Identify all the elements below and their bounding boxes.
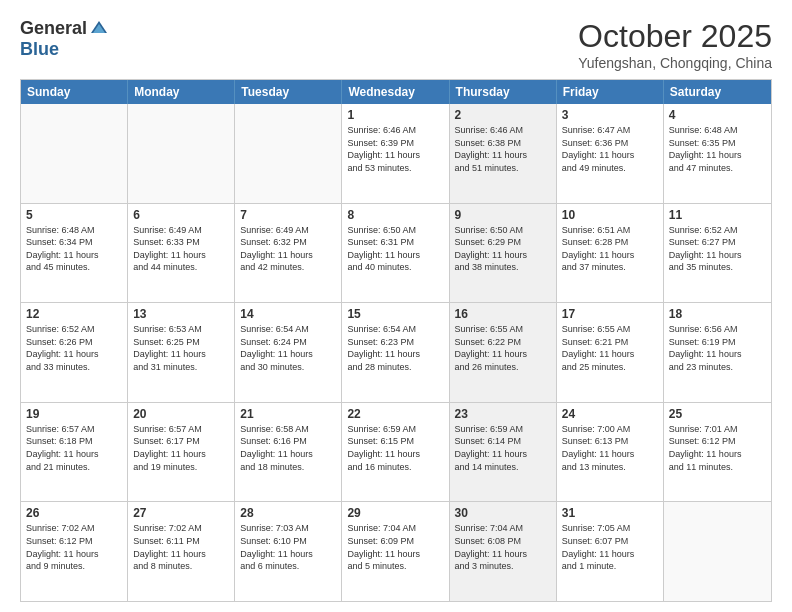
calendar-cell: 21Sunrise: 6:58 AM Sunset: 6:16 PM Dayli… [235, 403, 342, 502]
cell-info: Sunrise: 7:03 AM Sunset: 6:10 PM Dayligh… [240, 522, 336, 572]
day-number: 31 [562, 506, 658, 520]
cell-info: Sunrise: 6:50 AM Sunset: 6:29 PM Dayligh… [455, 224, 551, 274]
day-number: 2 [455, 108, 551, 122]
cell-info: Sunrise: 6:49 AM Sunset: 6:33 PM Dayligh… [133, 224, 229, 274]
calendar-cell: 30Sunrise: 7:04 AM Sunset: 6:08 PM Dayli… [450, 502, 557, 601]
day-number: 23 [455, 407, 551, 421]
calendar-cell: 12Sunrise: 6:52 AM Sunset: 6:26 PM Dayli… [21, 303, 128, 402]
cell-info: Sunrise: 6:49 AM Sunset: 6:32 PM Dayligh… [240, 224, 336, 274]
calendar-cell: 2Sunrise: 6:46 AM Sunset: 6:38 PM Daylig… [450, 104, 557, 203]
calendar-body: 1Sunrise: 6:46 AM Sunset: 6:39 PM Daylig… [21, 104, 771, 601]
day-number: 13 [133, 307, 229, 321]
calendar-week: 26Sunrise: 7:02 AM Sunset: 6:12 PM Dayli… [21, 501, 771, 601]
cell-info: Sunrise: 6:52 AM Sunset: 6:27 PM Dayligh… [669, 224, 766, 274]
cell-info: Sunrise: 7:05 AM Sunset: 6:07 PM Dayligh… [562, 522, 658, 572]
cell-info: Sunrise: 6:48 AM Sunset: 6:34 PM Dayligh… [26, 224, 122, 274]
calendar-cell: 4Sunrise: 6:48 AM Sunset: 6:35 PM Daylig… [664, 104, 771, 203]
calendar-cell: 14Sunrise: 6:54 AM Sunset: 6:24 PM Dayli… [235, 303, 342, 402]
calendar-cell: 3Sunrise: 6:47 AM Sunset: 6:36 PM Daylig… [557, 104, 664, 203]
day-number: 17 [562, 307, 658, 321]
day-number: 16 [455, 307, 551, 321]
calendar-cell [235, 104, 342, 203]
logo-icon [89, 19, 109, 39]
day-number: 15 [347, 307, 443, 321]
calendar-cell: 11Sunrise: 6:52 AM Sunset: 6:27 PM Dayli… [664, 204, 771, 303]
day-number: 24 [562, 407, 658, 421]
calendar-cell: 1Sunrise: 6:46 AM Sunset: 6:39 PM Daylig… [342, 104, 449, 203]
day-number: 20 [133, 407, 229, 421]
calendar-cell: 23Sunrise: 6:59 AM Sunset: 6:14 PM Dayli… [450, 403, 557, 502]
page: General Blue October 2025 Yufengshan, Ch… [0, 0, 792, 612]
day-number: 11 [669, 208, 766, 222]
day-number: 18 [669, 307, 766, 321]
day-number: 26 [26, 506, 122, 520]
month-title: October 2025 [578, 18, 772, 55]
calendar-cell: 19Sunrise: 6:57 AM Sunset: 6:18 PM Dayli… [21, 403, 128, 502]
cell-info: Sunrise: 7:02 AM Sunset: 6:11 PM Dayligh… [133, 522, 229, 572]
day-number: 28 [240, 506, 336, 520]
cell-info: Sunrise: 7:01 AM Sunset: 6:12 PM Dayligh… [669, 423, 766, 473]
cell-info: Sunrise: 6:46 AM Sunset: 6:38 PM Dayligh… [455, 124, 551, 174]
day-number: 5 [26, 208, 122, 222]
cell-info: Sunrise: 7:00 AM Sunset: 6:13 PM Dayligh… [562, 423, 658, 473]
calendar: SundayMondayTuesdayWednesdayThursdayFrid… [20, 79, 772, 602]
calendar-cell: 22Sunrise: 6:59 AM Sunset: 6:15 PM Dayli… [342, 403, 449, 502]
cell-info: Sunrise: 6:47 AM Sunset: 6:36 PM Dayligh… [562, 124, 658, 174]
subtitle: Yufengshan, Chongqing, China [578, 55, 772, 71]
day-number: 4 [669, 108, 766, 122]
cell-info: Sunrise: 6:55 AM Sunset: 6:22 PM Dayligh… [455, 323, 551, 373]
logo: General Blue [20, 18, 109, 60]
calendar-cell [128, 104, 235, 203]
cell-info: Sunrise: 6:57 AM Sunset: 6:18 PM Dayligh… [26, 423, 122, 473]
calendar-cell [21, 104, 128, 203]
calendar-week: 1Sunrise: 6:46 AM Sunset: 6:39 PM Daylig… [21, 104, 771, 203]
cell-info: Sunrise: 6:59 AM Sunset: 6:14 PM Dayligh… [455, 423, 551, 473]
calendar-cell: 31Sunrise: 7:05 AM Sunset: 6:07 PM Dayli… [557, 502, 664, 601]
title-section: October 2025 Yufengshan, Chongqing, Chin… [578, 18, 772, 71]
calendar-cell: 6Sunrise: 6:49 AM Sunset: 6:33 PM Daylig… [128, 204, 235, 303]
day-number: 14 [240, 307, 336, 321]
calendar-cell: 5Sunrise: 6:48 AM Sunset: 6:34 PM Daylig… [21, 204, 128, 303]
calendar-week: 19Sunrise: 6:57 AM Sunset: 6:18 PM Dayli… [21, 402, 771, 502]
weekday-header: Wednesday [342, 80, 449, 104]
weekday-header: Saturday [664, 80, 771, 104]
calendar-cell: 7Sunrise: 6:49 AM Sunset: 6:32 PM Daylig… [235, 204, 342, 303]
cell-info: Sunrise: 6:59 AM Sunset: 6:15 PM Dayligh… [347, 423, 443, 473]
calendar-week: 12Sunrise: 6:52 AM Sunset: 6:26 PM Dayli… [21, 302, 771, 402]
calendar-cell: 9Sunrise: 6:50 AM Sunset: 6:29 PM Daylig… [450, 204, 557, 303]
weekday-header: Friday [557, 80, 664, 104]
calendar-cell: 16Sunrise: 6:55 AM Sunset: 6:22 PM Dayli… [450, 303, 557, 402]
cell-info: Sunrise: 6:50 AM Sunset: 6:31 PM Dayligh… [347, 224, 443, 274]
header: General Blue October 2025 Yufengshan, Ch… [20, 18, 772, 71]
day-number: 27 [133, 506, 229, 520]
cell-info: Sunrise: 6:58 AM Sunset: 6:16 PM Dayligh… [240, 423, 336, 473]
cell-info: Sunrise: 7:04 AM Sunset: 6:09 PM Dayligh… [347, 522, 443, 572]
day-number: 1 [347, 108, 443, 122]
calendar-cell: 13Sunrise: 6:53 AM Sunset: 6:25 PM Dayli… [128, 303, 235, 402]
calendar-week: 5Sunrise: 6:48 AM Sunset: 6:34 PM Daylig… [21, 203, 771, 303]
cell-info: Sunrise: 6:57 AM Sunset: 6:17 PM Dayligh… [133, 423, 229, 473]
weekday-header: Sunday [21, 80, 128, 104]
calendar-cell: 20Sunrise: 6:57 AM Sunset: 6:17 PM Dayli… [128, 403, 235, 502]
day-number: 22 [347, 407, 443, 421]
day-number: 12 [26, 307, 122, 321]
cell-info: Sunrise: 6:53 AM Sunset: 6:25 PM Dayligh… [133, 323, 229, 373]
calendar-cell: 29Sunrise: 7:04 AM Sunset: 6:09 PM Dayli… [342, 502, 449, 601]
day-number: 30 [455, 506, 551, 520]
day-number: 3 [562, 108, 658, 122]
calendar-cell: 17Sunrise: 6:55 AM Sunset: 6:21 PM Dayli… [557, 303, 664, 402]
calendar-cell: 28Sunrise: 7:03 AM Sunset: 6:10 PM Dayli… [235, 502, 342, 601]
day-number: 19 [26, 407, 122, 421]
calendar-cell: 27Sunrise: 7:02 AM Sunset: 6:11 PM Dayli… [128, 502, 235, 601]
day-number: 7 [240, 208, 336, 222]
calendar-cell: 8Sunrise: 6:50 AM Sunset: 6:31 PM Daylig… [342, 204, 449, 303]
cell-info: Sunrise: 7:02 AM Sunset: 6:12 PM Dayligh… [26, 522, 122, 572]
logo-general-text: General [20, 18, 87, 39]
calendar-header: SundayMondayTuesdayWednesdayThursdayFrid… [21, 80, 771, 104]
calendar-cell: 24Sunrise: 7:00 AM Sunset: 6:13 PM Dayli… [557, 403, 664, 502]
weekday-header: Monday [128, 80, 235, 104]
cell-info: Sunrise: 6:46 AM Sunset: 6:39 PM Dayligh… [347, 124, 443, 174]
calendar-cell: 15Sunrise: 6:54 AM Sunset: 6:23 PM Dayli… [342, 303, 449, 402]
cell-info: Sunrise: 6:48 AM Sunset: 6:35 PM Dayligh… [669, 124, 766, 174]
day-number: 9 [455, 208, 551, 222]
